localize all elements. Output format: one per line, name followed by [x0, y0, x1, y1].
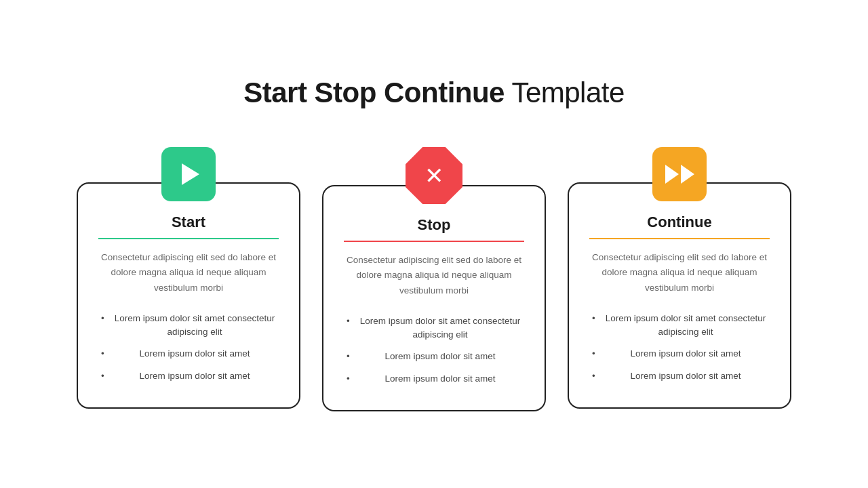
ff-triangle-1: [665, 165, 679, 184]
start-description: Consectetur adipiscing elit sed do labor…: [98, 250, 279, 296]
list-item: Lorem ipsum dolor sit amet: [344, 346, 524, 367]
stop-card-title: Stop: [418, 216, 451, 234]
list-item: Lorem ipsum dolor sit amet: [344, 368, 524, 390]
page-title: Start Stop Continue Template: [243, 77, 625, 109]
start-icon-square: [161, 147, 216, 201]
continue-card: Continue Consectetur adipiscing elit sed…: [568, 182, 791, 409]
stop-icon-wrapper: ✕: [406, 147, 462, 204]
list-item: Lorem ipsum dolor sit amet: [98, 365, 279, 387]
continue-divider: [589, 238, 770, 239]
stop-list: Lorem ipsum dolor sit amet consectetur a…: [344, 310, 524, 390]
x-icon: ✕: [425, 164, 443, 187]
continue-description: Consectetur adipiscing elit sed do labor…: [589, 250, 770, 296]
start-card-title: Start: [172, 214, 205, 231]
card-stop: ✕ Stop Consectetur adipiscing elit sed d…: [322, 147, 546, 411]
continue-list: Lorem ipsum dolor sit amet consectetur a…: [589, 308, 770, 387]
play-icon: [182, 163, 199, 185]
continue-icon-wrapper: [652, 147, 707, 201]
cards-container: Start Consectetur adipiscing elit sed do…: [77, 134, 791, 411]
list-item: Lorem ipsum dolor sit amet: [589, 365, 770, 387]
list-item: Lorem ipsum dolor sit amet: [589, 343, 770, 365]
ff-triangle-2: [681, 165, 694, 184]
continue-icon-square: [652, 147, 707, 201]
continue-card-title: Continue: [647, 214, 711, 231]
list-item: Lorem ipsum dolor sit amet consectetur a…: [98, 308, 279, 344]
card-continue: Continue Consectetur adipiscing elit sed…: [568, 147, 791, 409]
stop-card: Stop Consectetur adipiscing elit sed do …: [322, 185, 546, 411]
fast-forward-icon: [665, 165, 694, 184]
start-divider: [98, 238, 279, 239]
start-card: Start Consectetur adipiscing elit sed do…: [77, 182, 300, 409]
list-item: Lorem ipsum dolor sit amet: [98, 343, 279, 365]
stop-description: Consectetur adipiscing elit sed do labor…: [344, 253, 524, 298]
stop-icon-octagon: ✕: [406, 147, 462, 204]
card-start: Start Consectetur adipiscing elit sed do…: [77, 147, 300, 409]
stop-divider: [344, 241, 524, 242]
start-icon-wrapper: [161, 147, 216, 201]
list-item: Lorem ipsum dolor sit amet consectetur a…: [589, 308, 770, 344]
start-list: Lorem ipsum dolor sit amet consectetur a…: [98, 308, 279, 387]
list-item: Lorem ipsum dolor sit amet consectetur a…: [344, 310, 524, 346]
